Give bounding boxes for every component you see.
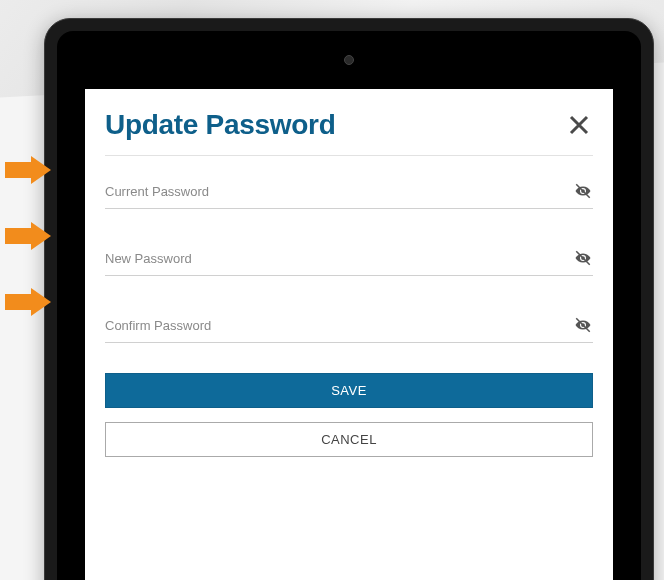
new-password-field [105, 241, 593, 276]
tablet-frame: Update Password [44, 18, 654, 580]
annotation-arrow-3 [5, 288, 55, 316]
toggle-visibility-confirm[interactable] [573, 315, 593, 335]
eye-off-icon [574, 182, 592, 200]
cancel-button[interactable]: CANCEL [105, 422, 593, 457]
eye-off-icon [574, 316, 592, 334]
dialog-title: Update Password [105, 109, 335, 141]
dialog-buttons: SAVE CANCEL [105, 373, 593, 457]
confirm-password-input[interactable] [105, 318, 563, 333]
tablet-bezel: Update Password [57, 31, 641, 580]
new-password-input[interactable] [105, 251, 563, 266]
toggle-visibility-new[interactable] [573, 248, 593, 268]
close-button[interactable] [565, 111, 593, 139]
close-icon [567, 113, 591, 137]
toggle-visibility-current[interactable] [573, 181, 593, 201]
current-password-input[interactable] [105, 184, 563, 199]
save-button[interactable]: SAVE [105, 373, 593, 408]
current-password-field [105, 174, 593, 209]
eye-off-icon [574, 249, 592, 267]
confirm-password-field [105, 308, 593, 343]
tablet-screen: Update Password [85, 89, 613, 580]
dialog-header: Update Password [105, 109, 593, 156]
tablet-camera [344, 55, 354, 65]
annotation-arrow-2 [5, 222, 55, 250]
annotation-arrow-1 [5, 156, 55, 184]
update-password-dialog: Update Password [85, 89, 613, 457]
